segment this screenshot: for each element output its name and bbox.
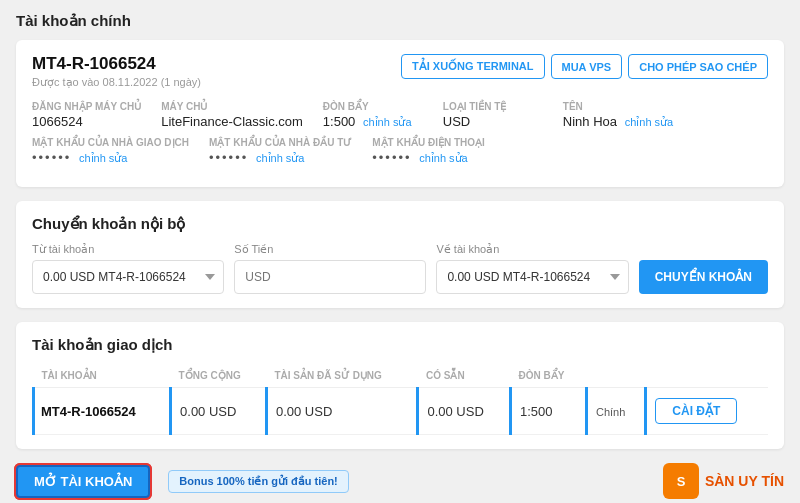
row-available: 0.00 USD [418,388,511,435]
name-value: Ninh Hoa chỉnh sửa [563,114,673,129]
trading-title: Tài khoản giao dịch [32,336,768,354]
col-type [586,364,645,388]
account-actions: TẢI XUỐNG TERMINAL MUA VPS CHO PHÉP SAO … [401,54,768,79]
col-leverage: ĐÒN BẨY [510,364,586,388]
logo-icon: S [663,463,699,499]
col-available: CÓ SẴN [418,364,511,388]
account-id: MT4-R-1066524 [32,54,201,74]
name-label: TÊN [563,101,673,112]
leverage-value: 1:500 chỉnh sửa [323,114,423,129]
leverage-edit-link[interactable]: chỉnh sửa [363,116,412,128]
investor-pass-label: MẬT KHẨU CỦA NHÀ ĐẦU TƯ [209,137,352,148]
amount-group: Số Tiền [234,243,426,294]
row-total: 0.00 USD [171,388,267,435]
bonus-banner: Bonus 100% tiền gửi đầu tiên! [168,470,349,493]
currency-value: USD [443,114,543,129]
row-account: MT4-R-1066524 [34,388,171,435]
download-terminal-button[interactable]: TẢI XUỐNG TERMINAL [401,54,545,79]
trading-table: TÀI KHOẢN TỔNG CỘNG TÀI SẢN ĐÃ SỬ DỤNG C… [32,364,768,435]
logo-text-block: SÀN UY TÍN [705,473,784,490]
main-account-title: Tài khoản chính [16,12,784,30]
server-field: MÁY CHỦ LiteFinance-Classic.com [161,101,303,129]
investor-pass-field: MẬT KHẨU CỦA NHÀ ĐẦU TƯ •••••• chỉnh sửa [209,137,352,165]
from-account-select[interactable]: 0.00 USD MT4-R-1066524 [32,260,224,294]
setup-button[interactable]: CÀI ĐẶT [655,398,737,424]
login-field: ĐĂNG NHẬP MÁY CHỦ 1066524 [32,101,141,129]
phone-pass-field: MẬT KHẨU ĐIỆN THOẠI •••••• chỉnh sửa [372,137,485,165]
amount-label: Số Tiền [234,243,426,256]
transfer-button[interactable]: CHUYỂN KHOẢN [639,260,768,294]
to-account-group: Về tài khoản 0.00 USD MT4-R-1066524 [436,243,628,294]
logo-main-text: SÀN UY TÍN [705,473,784,490]
leverage-label: ĐÒN BẨY [323,101,423,112]
bonus-text: Bonus 100% tiền gửi đầu tiên! [179,475,338,488]
server-value: LiteFinance-Classic.com [161,114,303,129]
currency-field: LOẠI TIỀN TỆ USD [443,101,543,129]
from-account-group: Từ tài khoản 0.00 USD MT4-R-1066524 [32,243,224,294]
transfer-section: Chuyển khoản nội bộ Từ tài khoản 0.00 US… [16,201,784,308]
server-label: MÁY CHỦ [161,101,303,112]
transfer-title: Chuyển khoản nội bộ [32,215,768,233]
bottom-left: MỞ TÀI KHOẢN Bonus 100% tiền gửi đầu tiê… [16,465,349,498]
phone-pass-label: MẬT KHẨU ĐIỆN THOẠI [372,137,485,148]
trading-table-body: MT4-R-1066524 0.00 USD 0.00 USD 0.00 USD… [34,388,769,435]
broker-pass-edit-link[interactable]: chỉnh sửa [79,152,128,164]
open-account-button[interactable]: MỞ TÀI KHOẢN [16,465,150,498]
to-account-select[interactable]: 0.00 USD MT4-R-1066524 [436,260,628,294]
col-total: TỔNG CỘNG [171,364,267,388]
bottom-bar: MỞ TÀI KHOẢN Bonus 100% tiền gửi đầu tiê… [16,463,784,499]
investor-pass-edit-link[interactable]: chỉnh sửa [256,152,305,164]
account-details-passwords: MẬT KHẨU CỦA NHÀ GIAO DỊCH •••••• chỉnh … [32,137,768,165]
trading-table-head: TÀI KHOẢN TỔNG CỘNG TÀI SẢN ĐÃ SỬ DỤNG C… [34,364,769,388]
broker-pass-label: MẬT KHẨU CỦA NHÀ GIAO DỊCH [32,137,189,148]
col-account: TÀI KHOẢN [34,364,171,388]
logo-area: S SÀN UY TÍN [663,463,784,499]
account-details-top: ĐĂNG NHẬP MÁY CHỦ 1066524 MÁY CHỦ LiteFi… [32,101,768,129]
to-account-label: Về tài khoản [436,243,628,256]
broker-pass-value: •••••• chỉnh sửa [32,150,189,165]
col-assets-used: TÀI SẢN ĐÃ SỬ DỤNG [266,364,418,388]
broker-pass-field: MẬT KHẨU CỦA NHÀ GIAO DỊCH •••••• chỉnh … [32,137,189,165]
row-action[interactable]: CÀI ĐẶT [646,388,768,435]
amount-input[interactable] [234,260,426,294]
row-leverage: 1:500 [510,388,586,435]
trading-table-header-row: TÀI KHOẢN TỔNG CỘNG TÀI SẢN ĐÃ SỬ DỤNG C… [34,364,769,388]
account-id-block: MT4-R-1066524 Được tạo vào 08.11.2022 (1… [32,54,201,89]
name-field: TÊN Ninh Hoa chỉnh sửa [563,101,673,129]
page-container: Tài khoản chính MT4-R-1066524 Được tạo v… [0,0,800,503]
phone-pass-edit-link[interactable]: chỉnh sửa [419,152,468,164]
svg-text:S: S [677,474,686,489]
trading-section: Tài khoản giao dịch TÀI KHOẢN TỔNG CỘNG … [16,322,784,449]
account-card-header: MT4-R-1066524 Được tạo vào 08.11.2022 (1… [32,54,768,89]
login-value: 1066524 [32,114,141,129]
row-assets-used: 0.00 USD [266,388,418,435]
account-created: Được tạo vào 08.11.2022 (1 ngày) [32,76,201,89]
allow-copy-button[interactable]: CHO PHÉP SAO CHÉP [628,54,768,79]
table-row: MT4-R-1066524 0.00 USD 0.00 USD 0.00 USD… [34,388,769,435]
name-edit-link[interactable]: chỉnh sửa [625,116,674,128]
from-account-label: Từ tài khoản [32,243,224,256]
logo-svg: S [669,469,693,493]
leverage-field: ĐÒN BẨY 1:500 chỉnh sửa [323,101,423,129]
transfer-form: Từ tài khoản 0.00 USD MT4-R-1066524 Số T… [32,243,768,294]
col-action [646,364,768,388]
main-account-card: MT4-R-1066524 Được tạo vào 08.11.2022 (1… [16,40,784,187]
login-label: ĐĂNG NHẬP MÁY CHỦ [32,101,141,112]
buy-vps-button[interactable]: MUA VPS [551,54,623,79]
investor-pass-value: •••••• chỉnh sửa [209,150,352,165]
phone-pass-value: •••••• chỉnh sửa [372,150,485,165]
currency-label: LOẠI TIỀN TỆ [443,101,543,112]
row-type: Chính [586,388,645,435]
